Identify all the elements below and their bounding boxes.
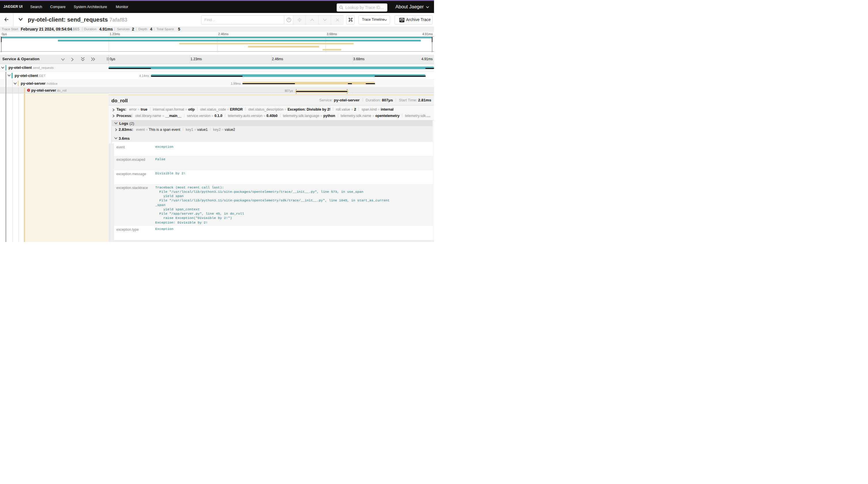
svg-text:?: ? [288,18,290,21]
